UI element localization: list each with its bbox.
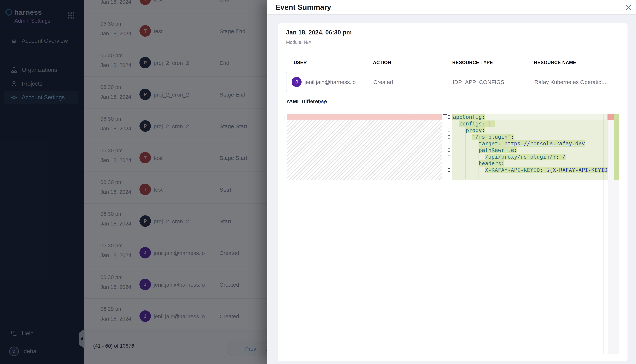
event-user-avatar: J — [292, 77, 302, 87]
diff-right-line-marker — [448, 115, 450, 119]
event-resource-type: IDP_APP_CONFIGS — [453, 79, 504, 85]
event-summary-drawer: Event Summary Jan 18, 2024, 06:30 pm Mod… — [267, 0, 636, 364]
column-header-resource-name: RESOURCE NAME — [534, 60, 576, 65]
diff-right-line-marker — [448, 142, 450, 145]
diff-right-line-marker — [448, 175, 450, 178]
diff-right-line-marker — [448, 155, 450, 158]
diff-splitter[interactable] — [443, 114, 443, 354]
event-action: Created — [373, 79, 393, 85]
event-summary-card: Jan 18, 2024, 06:30 pm Module: N/A USER … — [278, 24, 627, 362]
code-link[interactable]: https://console.rafay.dev — [504, 140, 585, 147]
event-resource-name: Rafay Kubernetes Operatio... — [534, 79, 606, 85]
drawer-header: Event Summary — [267, 0, 636, 15]
chevron-up-icon[interactable] — [319, 100, 326, 104]
diff-right-line-marker — [448, 148, 450, 152]
drawer-title: Event Summary — [275, 3, 331, 12]
diff-removed-line — [287, 114, 442, 120]
overview-ruler-added-marker — [614, 114, 619, 180]
drawer-body: Jan 18, 2024, 06:30 pm Module: N/A USER … — [267, 15, 636, 364]
yaml-diff-editor: appConfig: configs: |- proxy: '/rs-plugi… — [284, 114, 619, 354]
diff-splitter-handle[interactable] — [443, 114, 447, 115]
editor-column-ruler — [603, 114, 603, 354]
column-header-resource-type: RESOURCE TYPE — [452, 60, 493, 65]
overview-ruler-removed-marker — [608, 114, 614, 120]
event-user: jenil.jain@harness.io — [305, 79, 356, 85]
diff-code-lines: appConfig: configs: |- proxy: '/rs-plugi… — [453, 114, 608, 180]
diff-right-line-marker — [448, 162, 450, 165]
diff-right-line-marker — [448, 128, 450, 132]
diff-left-empty-hatch — [287, 120, 442, 180]
diff-right-line-marker — [448, 135, 450, 138]
diff-right-line-marker — [448, 168, 450, 172]
close-icon[interactable] — [624, 3, 633, 12]
event-module: Module: N/A — [286, 40, 312, 45]
column-header-user: USER — [294, 60, 307, 65]
event-datetime: Jan 18, 2024, 06:30 pm — [286, 29, 352, 36]
event-table-row: J jenil.jain@harness.io Created IDP_APP_… — [286, 72, 619, 92]
diff-left-line-marker — [284, 116, 286, 119]
diff-right-line-marker — [448, 122, 450, 125]
app-root: harness Admin Settings Account Overview … — [0, 0, 636, 364]
column-header-action: ACTION — [373, 60, 391, 65]
